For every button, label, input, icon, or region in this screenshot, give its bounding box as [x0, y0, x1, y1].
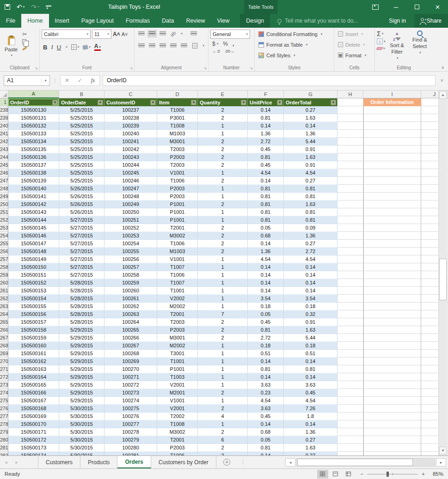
cell[interactable]: 150500168: [8, 405, 59, 412]
orientation-icon[interactable]: ab: [169, 30, 177, 38]
cell[interactable]: 5/28/2015: [59, 279, 104, 287]
cell[interactable]: P1001: [157, 200, 198, 208]
cell[interactable]: [338, 279, 363, 287]
cell[interactable]: [338, 232, 363, 240]
cell[interactable]: [338, 310, 363, 318]
cell[interactable]: 0.32: [284, 310, 338, 318]
cell[interactable]: [363, 255, 421, 263]
scroll-right-icon[interactable]: ▸: [436, 458, 446, 467]
row-header-245[interactable]: 245: [0, 161, 8, 169]
cell[interactable]: 0.27: [284, 452, 338, 455]
cell[interactable]: 1: [198, 381, 248, 389]
restore-icon[interactable]: [406, 0, 427, 14]
cell[interactable]: T1007: [157, 263, 198, 271]
cell[interactable]: 0.81: [284, 185, 338, 193]
cell[interactable]: P2003: [157, 326, 198, 334]
cell[interactable]: 100273: [104, 389, 157, 397]
column-header-F[interactable]: F: [248, 91, 284, 98]
cell[interactable]: 1: [198, 397, 248, 405]
cell[interactable]: 150500166: [8, 389, 59, 397]
row-header-279[interactable]: 279: [0, 428, 8, 436]
cell[interactable]: [338, 255, 363, 263]
ribbon-tab-page-layout[interactable]: Page Layout: [75, 14, 120, 28]
cell[interactable]: [363, 452, 421, 455]
row-header-269[interactable]: 269: [0, 350, 8, 358]
insert-function-icon[interactable]: fx: [86, 77, 99, 84]
cell[interactable]: M3002: [157, 232, 198, 240]
borders-icon[interactable]: ▾: [71, 44, 80, 50]
cell[interactable]: 0.45: [248, 146, 284, 153]
row-header-276[interactable]: 276: [0, 405, 8, 412]
cell[interactable]: [363, 342, 421, 350]
cell[interactable]: P1001: [157, 365, 198, 373]
cell[interactable]: [338, 389, 363, 397]
cell[interactable]: [363, 303, 421, 310]
row-header-270[interactable]: 270: [0, 358, 8, 365]
cell[interactable]: 0.45: [284, 389, 338, 397]
cell[interactable]: [363, 114, 421, 122]
cell[interactable]: 0.27: [284, 240, 338, 248]
cell-H1[interactable]: [338, 98, 363, 106]
ribbon-tab-formulas[interactable]: Formulas: [120, 14, 156, 28]
cell[interactable]: 5/27/2015: [59, 263, 104, 271]
cell[interactable]: 2.72: [248, 138, 284, 146]
row-header-261[interactable]: 261: [0, 287, 8, 295]
cell[interactable]: 0.81: [284, 216, 338, 224]
cell[interactable]: 100271: [104, 373, 157, 381]
number-format-select[interactable]: General▾: [210, 30, 250, 39]
cell[interactable]: 0.91: [284, 318, 338, 326]
cell[interactable]: 100261: [104, 295, 157, 303]
sheet-tab-orders[interactable]: Orders: [117, 456, 151, 468]
cell[interactable]: T1008: [157, 122, 198, 130]
cell[interactable]: 5/30/2015: [59, 405, 104, 412]
cell[interactable]: 100278: [104, 428, 157, 436]
cell[interactable]: 100253: [104, 232, 157, 240]
cell[interactable]: T1001: [157, 287, 198, 295]
font-color-icon[interactable]: A▾: [94, 44, 101, 51]
cell[interactable]: [363, 318, 421, 326]
cell[interactable]: T1003: [157, 373, 198, 381]
cell[interactable]: [363, 381, 421, 389]
cell[interactable]: 150500158: [8, 326, 59, 334]
sheet-nav-left-icon[interactable]: ◂: [0, 456, 12, 468]
cell[interactable]: 2: [198, 326, 248, 334]
cell[interactable]: 100262: [104, 303, 157, 310]
format-as-table-button[interactable]: Format as Table▾: [258, 40, 332, 49]
cell[interactable]: 150500174: [8, 452, 59, 455]
cell[interactable]: [363, 326, 421, 334]
cell[interactable]: P2003: [157, 185, 198, 193]
cell[interactable]: 0.14: [248, 122, 284, 130]
cell[interactable]: 0.81: [248, 365, 284, 373]
cell[interactable]: 100238: [104, 114, 157, 122]
cell[interactable]: 5/27/2015: [59, 216, 104, 224]
cell[interactable]: 5/29/2015: [59, 397, 104, 405]
alignment-dialog-launcher-icon[interactable]: ↘: [203, 66, 207, 70]
decrease-decimal-icon[interactable]: .00→: [225, 49, 235, 54]
cell[interactable]: 1.63: [284, 153, 338, 161]
cell[interactable]: [338, 193, 363, 200]
cell[interactable]: [338, 106, 363, 114]
cell[interactable]: [338, 358, 363, 365]
cell[interactable]: 1: [198, 365, 248, 373]
align-bottom-icon[interactable]: [160, 31, 166, 36]
filter-dropdown-icon[interactable]: ▼: [191, 100, 196, 105]
cell[interactable]: 1: [198, 350, 248, 358]
cell[interactable]: [338, 240, 363, 248]
cell[interactable]: 100245: [104, 169, 157, 177]
cell[interactable]: [338, 216, 363, 224]
share-button[interactable]: Share: [414, 14, 448, 28]
horizontal-scroll-thumb[interactable]: [297, 459, 413, 466]
filter-dropdown-icon[interactable]: ▼: [150, 100, 156, 105]
cell[interactable]: 2: [198, 428, 248, 436]
cell[interactable]: 2: [198, 200, 248, 208]
cell[interactable]: [363, 279, 421, 287]
paste-dropdown-icon[interactable]: ▾: [11, 54, 12, 57]
cell[interactable]: 150500163: [8, 365, 59, 373]
row-header-249[interactable]: 249: [0, 193, 8, 200]
filter-dropdown-icon[interactable]: ▼: [241, 100, 246, 105]
cell[interactable]: 5/28/2015: [59, 295, 104, 303]
cell[interactable]: 5/29/2015: [59, 342, 104, 350]
cell[interactable]: 1: [198, 303, 248, 310]
cell[interactable]: [338, 373, 363, 381]
cell[interactable]: 100257: [104, 263, 157, 271]
